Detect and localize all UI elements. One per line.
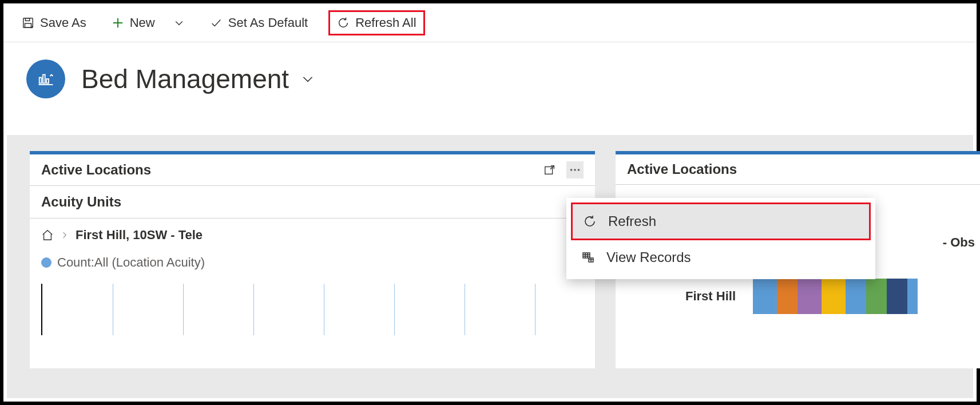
axis-tick [183,284,184,335]
panel-context-menu: Refresh View Records [566,198,875,279]
axis-tick [535,284,535,335]
stack-segment [753,279,777,314]
expand-panel-button[interactable] [541,161,558,178]
axis-tick [113,284,113,335]
chart-legend: Count:All (Location Acuity) [30,247,595,278]
menu-item-refresh-label: Refresh [608,213,656,229]
menu-item-refresh[interactable]: Refresh [571,202,871,240]
chevron-down-icon [300,72,315,86]
svg-rect-6 [43,75,45,84]
page-title: Bed Management [81,63,289,94]
refresh-all-button[interactable]: Refresh All [328,10,424,35]
axis-tick [324,284,324,335]
stack-row-label: First Hill [627,289,741,304]
svg-point-13 [578,169,580,171]
page-title-button[interactable]: Bed Management [81,63,315,94]
svg-rect-1 [25,18,29,21]
stacked-bar-row: First Hill [616,279,980,314]
set-default-button[interactable]: Set As Default [205,13,312,33]
panel-title: Active Locations [41,162,151,178]
stack-segment [866,279,887,314]
svg-point-12 [574,169,576,171]
expand-icon [543,164,556,176]
page-header: Bed Management [3,42,977,116]
save-as-button[interactable]: Save As [17,13,91,33]
stacked-bar[interactable] [753,279,918,314]
command-bar: Save As New Set As Default Refresh All [3,3,977,42]
stack-segment [846,279,866,314]
more-icon [569,164,581,176]
legend-dot-icon [41,257,51,268]
panel-title: Active Locations [627,161,737,177]
chart-axis-left [41,284,584,335]
chevron-right-icon [61,231,69,239]
panel-subtitle: Acuity Units [30,186,595,219]
breadcrumb: First Hill, 10SW - Tele [30,219,595,247]
stack-segment [822,279,846,314]
svg-point-11 [570,169,573,171]
axis-tick [394,284,395,335]
svg-rect-7 [46,79,49,84]
save-icon [22,17,34,29]
chevron-down-icon [173,17,185,29]
dashboard-icon [26,59,65,98]
stack-segment [907,279,918,314]
refresh-icon [337,17,350,29]
check-icon [210,17,223,29]
breadcrumb-location[interactable]: First Hill, 10SW - Tele [76,228,203,243]
home-icon[interactable] [41,229,54,241]
refresh-icon [583,215,597,228]
new-dropdown-chevron[interactable] [169,15,189,31]
new-button[interactable]: New [107,13,160,33]
svg-rect-14 [583,253,590,258]
plus-icon [112,17,124,29]
new-label: New [130,15,155,30]
refresh-all-label: Refresh All [355,15,416,30]
legend-label: Count:All (Location Acuity) [57,255,205,270]
panel-more-button[interactable] [566,161,584,178]
axis-tick [465,284,465,335]
axis-tick [253,284,254,335]
save-as-label: Save As [40,15,86,30]
panel-active-locations-left: Active Locations Acuity Units First Hi [30,151,595,368]
stack-segment [798,279,822,314]
menu-item-view-records-label: View Records [606,249,691,265]
obs-suffix-label: - Obs [943,235,975,250]
grid-icon [581,251,595,264]
stack-segment [777,279,798,314]
svg-rect-2 [25,23,31,27]
stack-segment [887,279,907,314]
set-default-label: Set As Default [228,15,308,30]
svg-rect-5 [39,78,42,84]
menu-item-view-records[interactable]: View Records [571,240,871,275]
